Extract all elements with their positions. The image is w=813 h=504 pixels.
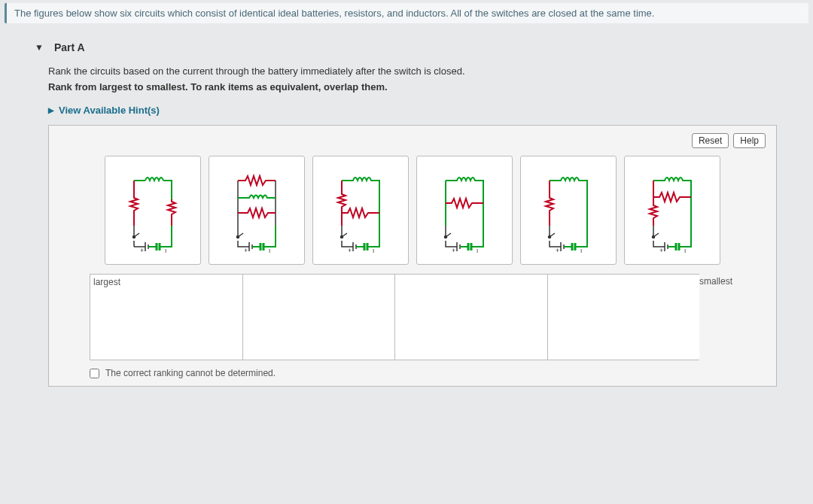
- view-hints-link[interactable]: ▶ View Available Hint(s): [48, 105, 160, 116]
- svg-text:I: I: [477, 247, 478, 254]
- svg-point-3: [237, 235, 239, 238]
- circuit-tile-1[interactable]: + I: [105, 156, 201, 265]
- svg-point-12: [549, 235, 551, 238]
- svg-point-15: [653, 235, 655, 238]
- rank-bin-3[interactable]: [394, 274, 547, 360]
- svg-text:+: +: [348, 247, 352, 254]
- smallest-label: smallest: [699, 274, 735, 360]
- svg-text:I: I: [269, 247, 270, 254]
- help-button[interactable]: Help: [733, 133, 766, 148]
- problem-statement: The figures below show six circuits whic…: [5, 3, 808, 23]
- svg-text:+: +: [452, 247, 455, 254]
- reset-button[interactable]: Reset: [692, 133, 729, 148]
- part-label: Part A: [54, 41, 85, 53]
- largest-label: largest: [93, 277, 120, 287]
- svg-text:+: +: [140, 247, 144, 254]
- svg-point-0: [133, 235, 136, 238]
- part-toggle[interactable]: ▼ Part A: [0, 23, 813, 65]
- svg-text:I: I: [165, 247, 166, 254]
- circuit-tile-5[interactable]: + I: [520, 156, 617, 265]
- caret-down-icon: ▼: [35, 42, 44, 53]
- circuit-tile-6[interactable]: + I: [624, 156, 720, 265]
- svg-point-6: [341, 235, 343, 238]
- instruction-2: Rank from largest to smallest. To rank i…: [48, 81, 777, 93]
- cannot-determine-checkbox[interactable]: [90, 369, 99, 378]
- ranking-bins[interactable]: largest smallest: [59, 274, 766, 360]
- svg-point-9: [445, 235, 447, 238]
- svg-text:+: +: [244, 247, 248, 254]
- svg-text:+: +: [556, 247, 559, 254]
- ranking-widget: Reset Help: [48, 125, 777, 387]
- rank-bin-4[interactable]: [547, 274, 700, 360]
- rank-bin-2[interactable]: [242, 274, 395, 360]
- circuit-tile-4[interactable]: + I: [416, 156, 513, 265]
- svg-text:I: I: [580, 247, 582, 254]
- circuit-tile-2[interactable]: + I: [209, 156, 305, 265]
- svg-text:+: +: [659, 247, 663, 254]
- circuit-tile-3[interactable]: + I: [312, 156, 409, 265]
- circuits-row: + I: [59, 156, 766, 265]
- instruction-1: Rank the circuits based on the current t…: [48, 65, 777, 77]
- svg-text:I: I: [373, 247, 374, 254]
- svg-text:I: I: [684, 247, 686, 254]
- hints-label: View Available Hint(s): [59, 105, 160, 116]
- cannot-determine-label: The correct ranking cannot be determined…: [105, 368, 276, 378]
- rank-bin-1[interactable]: largest: [90, 274, 242, 360]
- chevron-right-icon: ▶: [48, 106, 54, 114]
